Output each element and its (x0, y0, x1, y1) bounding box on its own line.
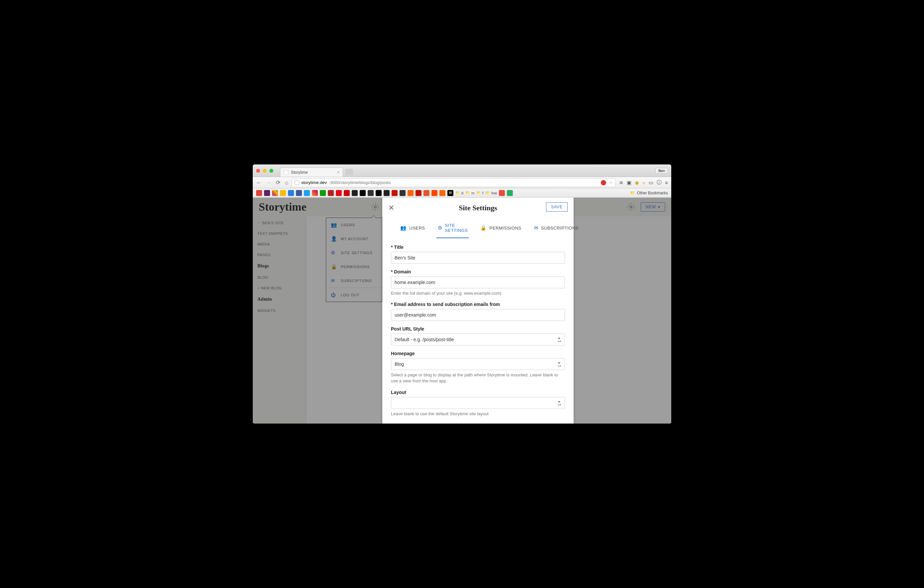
window-minimize[interactable] (263, 169, 267, 173)
save-button[interactable]: SAVE (546, 202, 568, 211)
other-bookmarks[interactable]: 📁Other Bookmarks (630, 191, 668, 195)
tab-title: Storytime (291, 170, 308, 175)
email-label: * Email address to send subscription ema… (391, 302, 565, 307)
bm-icon[interactable] (416, 190, 421, 196)
new-tab-button[interactable] (345, 169, 353, 175)
layout-label: Layout (391, 390, 565, 395)
bm-icon[interactable] (439, 190, 446, 196)
bm-icon[interactable] (352, 190, 358, 196)
bm-drive[interactable] (280, 190, 286, 196)
favicon (284, 170, 288, 175)
users-icon: 👥 (400, 225, 407, 231)
bm-techcrunch[interactable] (320, 190, 326, 196)
title-input[interactable] (391, 252, 565, 264)
mail-icon: ✉ (534, 225, 539, 231)
bm-yahoo[interactable] (264, 190, 270, 196)
devices-icon[interactable]: ▭ (648, 180, 653, 186)
window-maximize[interactable] (269, 169, 273, 173)
bm-reddit[interactable] (431, 190, 437, 196)
domain-help: Enter the full domain of your site (e.g.… (391, 290, 565, 296)
post-url-select[interactable]: Default - e.g. /posts/post-title (391, 334, 565, 345)
bm-producthunt[interactable] (424, 190, 429, 196)
bookmarks-bar: W 📁d 📁m 📁f 📁fow 📁Other Bookmarks (253, 188, 671, 198)
sliders-icon: ⚙ (438, 225, 442, 231)
bm-icon[interactable] (368, 190, 374, 196)
close-icon[interactable]: ✕ (388, 204, 394, 212)
page-icon (295, 180, 299, 185)
bm-quora[interactable] (392, 190, 398, 196)
url-host: storytime.dev (301, 180, 327, 185)
domain-label: * Domain (391, 269, 565, 274)
modal-tabs: 👥USERS ⚙SITE SETTINGS 🔒PERMISSIONS ✉SUBS… (389, 220, 574, 238)
bm-espn[interactable] (344, 190, 350, 196)
browser-window: Storytime × Ben ← → ⟳ ⌂ storytime.dev:30… (253, 164, 671, 424)
close-tab-icon[interactable]: × (337, 170, 340, 175)
window-close[interactable] (256, 169, 260, 173)
ext-icon[interactable]: ⓘ (657, 179, 662, 186)
bm-icon[interactable] (328, 190, 334, 196)
forward-icon[interactable]: → (266, 180, 271, 186)
title-label: * Title (391, 244, 565, 250)
ext-icon[interactable]: ⟐ (642, 180, 645, 185)
bm-folder[interactable]: 📁d (455, 191, 463, 195)
layout-help: Leave blank to use the default Storytime… (391, 411, 565, 417)
tab-site-settings[interactable]: ⚙SITE SETTINGS (436, 220, 469, 238)
ext-icon[interactable]: ◉ (635, 180, 639, 186)
bm-icon[interactable] (360, 190, 366, 196)
address-bar[interactable]: storytime.dev:3000/storytime/blogs/blog/… (292, 178, 616, 187)
bm-netflix[interactable] (336, 190, 342, 196)
bm-icon[interactable] (399, 190, 406, 196)
bm-folder[interactable]: 📁m (465, 191, 474, 195)
ext-icon[interactable]: ▣ (627, 180, 631, 186)
profile-button[interactable]: Ben (655, 168, 668, 174)
bm-icon[interactable] (507, 190, 513, 196)
domain-input[interactable] (391, 276, 565, 288)
browser-toolbar: ← → ⟳ ⌂ storytime.dev:3000/storytime/blo… (253, 177, 671, 188)
bm-gmail[interactable] (256, 190, 262, 196)
bm-icon[interactable] (288, 190, 294, 196)
bm-folder[interactable]: 📁fow (485, 191, 497, 195)
menu-icon[interactable]: ≡ (665, 180, 668, 185)
url-rest: :3000/storytime/blogs/blog/posts (329, 180, 391, 185)
bm-wikipedia[interactable]: W (447, 190, 453, 196)
bm-icon[interactable] (384, 190, 389, 196)
home-icon[interactable]: ⌂ (285, 180, 288, 186)
homepage-select[interactable]: Blog (391, 358, 565, 370)
site-settings-modal: ✕ Site Settings SAVE 👥USERS ⚙SITE SETTIN… (382, 198, 574, 424)
bm-icon[interactable] (376, 190, 382, 196)
modal-title: Site Settings (459, 204, 497, 212)
bm-instagram[interactable] (312, 190, 318, 196)
back-icon[interactable]: ← (256, 180, 261, 186)
star-icon[interactable]: ☆ (609, 180, 613, 185)
homepage-label: Homepage (391, 351, 565, 356)
reload-icon[interactable]: ⟳ (276, 179, 280, 186)
tab-permissions[interactable]: 🔒PERMISSIONS (479, 220, 523, 238)
layout-select[interactable] (391, 397, 565, 409)
lock-icon: 🔒 (480, 225, 487, 231)
bm-maps[interactable] (272, 190, 278, 196)
bm-folder[interactable]: 📁f (476, 191, 483, 195)
post-url-label: Post URL Style (391, 326, 565, 332)
tab-users[interactable]: 👥USERS (399, 220, 426, 238)
bm-facebook[interactable] (296, 190, 302, 196)
bm-twitter[interactable] (304, 190, 310, 196)
buffer-icon[interactable]: ≋ (619, 180, 624, 186)
tab-subscriptions[interactable]: ✉SUBSCRIPTIONS (533, 220, 580, 238)
email-input[interactable] (391, 309, 565, 321)
bm-hn[interactable] (408, 190, 414, 196)
bm-icon[interactable] (499, 190, 505, 196)
browser-tab[interactable]: Storytime × (280, 167, 343, 177)
abp-icon[interactable] (601, 180, 606, 185)
homepage-help: Select a page or blog to display at the … (391, 372, 565, 384)
titlebar: Storytime × Ben (253, 164, 671, 177)
